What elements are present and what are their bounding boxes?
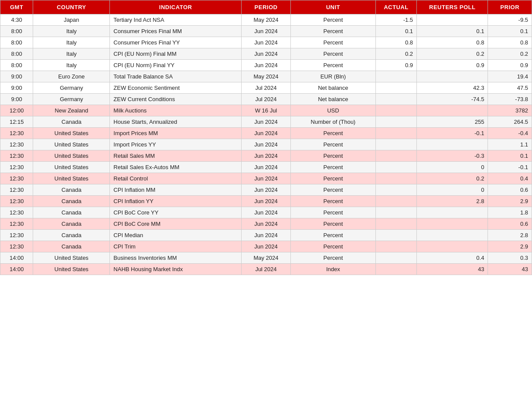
header-unit: UNIT — [291, 0, 376, 14]
cell-reuters-poll: 0 — [417, 162, 488, 173]
cell-reuters-poll: 0.1 — [417, 26, 488, 37]
table-row: 12:15CanadaHouse Starts, AnnualizedJun 2… — [0, 116, 532, 128]
cell-reuters-poll — [417, 139, 488, 150]
cell-reuters-poll: 0 — [417, 184, 488, 196]
cell-prior: 2.9 — [488, 196, 532, 207]
cell-country: United States — [33, 139, 110, 150]
table-row: 8:00ItalyCPI (EU Norm) Final MMJun 2024P… — [0, 48, 532, 60]
cell-unit: Percent — [291, 26, 376, 37]
cell-actual — [375, 128, 416, 139]
cell-period: Jun 2024 — [241, 230, 290, 241]
table-row: 12:30CanadaCPI TrimJun 2024Percent2.9 — [0, 241, 532, 252]
cell-actual — [375, 82, 416, 94]
cell-country: Italy — [33, 37, 110, 48]
cell-period: Jun 2024 — [241, 207, 290, 218]
cell-gmt: 12:30 — [0, 207, 33, 218]
cell-prior: -0.1 — [488, 162, 532, 173]
table-row: 12:30CanadaCPI BoC Core YYJun 2024Percen… — [0, 207, 532, 218]
cell-country: United States — [33, 128, 110, 139]
cell-reuters-poll: 43 — [417, 264, 488, 275]
table-row: 9:00GermanyZEW Economic SentimentJul 202… — [0, 82, 532, 94]
cell-reuters-poll — [417, 207, 488, 218]
cell-period: Jun 2024 — [241, 218, 290, 230]
cell-reuters-poll: -74.5 — [417, 94, 488, 105]
cell-reuters-poll: 0.2 — [417, 173, 488, 184]
cell-country: Canada — [33, 230, 110, 241]
cell-prior: 0.1 — [488, 150, 532, 162]
cell-country: Canada — [33, 218, 110, 230]
cell-indicator: Retail Control — [110, 173, 242, 184]
cell-indicator: ZEW Economic Sentiment — [110, 82, 242, 94]
cell-prior: 0.4 — [488, 173, 532, 184]
cell-actual — [375, 207, 416, 218]
cell-reuters-poll — [417, 14, 488, 26]
cell-unit: Percent — [291, 252, 376, 264]
cell-prior: 0.3 — [488, 252, 532, 264]
cell-indicator: Consumer Prices Final MM — [110, 26, 242, 37]
cell-period: Jun 2024 — [241, 60, 290, 71]
cell-gmt: 12:30 — [0, 150, 33, 162]
table-row: 12:30United StatesRetail Sales Ex-Autos … — [0, 162, 532, 173]
cell-actual — [375, 252, 416, 264]
cell-period: Jun 2024 — [241, 241, 290, 252]
cell-country: Germany — [33, 82, 110, 94]
cell-gmt: 12:30 — [0, 241, 33, 252]
cell-reuters-poll — [417, 71, 488, 82]
cell-unit: Net balance — [291, 94, 376, 105]
cell-prior: -73.8 — [488, 94, 532, 105]
cell-country: United States — [33, 162, 110, 173]
cell-country: Japan — [33, 14, 110, 26]
cell-unit: Percent — [291, 37, 376, 48]
cell-country: Canada — [33, 184, 110, 196]
cell-prior: 0.2 — [488, 48, 532, 60]
table-row: 14:00United StatesNAHB Housing Market In… — [0, 264, 532, 275]
cell-actual — [375, 218, 416, 230]
cell-reuters-poll — [417, 241, 488, 252]
cell-unit: Percent — [291, 207, 376, 218]
cell-country: Canada — [33, 196, 110, 207]
cell-prior: 2.9 — [488, 241, 532, 252]
cell-period: Jun 2024 — [241, 150, 290, 162]
cell-actual — [375, 139, 416, 150]
cell-reuters-poll: 0.9 — [417, 60, 488, 71]
cell-gmt: 12:30 — [0, 139, 33, 150]
cell-country: Italy — [33, 48, 110, 60]
cell-prior: 0.6 — [488, 184, 532, 196]
cell-unit: Index — [291, 264, 376, 275]
cell-indicator: CPI (EU Norm) Final YY — [110, 60, 242, 71]
cell-gmt: 9:00 — [0, 94, 33, 105]
cell-gmt: 12:30 — [0, 162, 33, 173]
cell-actual — [375, 230, 416, 241]
cell-actual — [375, 71, 416, 82]
cell-period: Jun 2024 — [241, 128, 290, 139]
header-reuters-poll: REUTERS POLL — [417, 0, 488, 14]
economic-calendar-table: GMT COUNTRY INDICATOR PERIOD UNIT ACTUAL… — [0, 0, 532, 275]
cell-gmt: 9:00 — [0, 71, 33, 82]
cell-unit: Percent — [291, 14, 376, 26]
table-row: 8:00ItalyConsumer Prices Final MMJun 202… — [0, 26, 532, 37]
cell-period: Jun 2024 — [241, 139, 290, 150]
table-row: 12:30United StatesImport Prices YYJun 20… — [0, 139, 532, 150]
cell-period: Jun 2024 — [241, 162, 290, 173]
table-row: 9:00GermanyZEW Current ConditionsJul 202… — [0, 94, 532, 105]
cell-prior: 19.4 — [488, 71, 532, 82]
cell-period: W 16 Jul — [241, 105, 290, 116]
table-row: 12:30CanadaCPI Inflation YYJun 2024Perce… — [0, 196, 532, 207]
cell-indicator: CPI Inflation YY — [110, 196, 242, 207]
cell-period: Jun 2024 — [241, 37, 290, 48]
cell-period: May 2024 — [241, 14, 290, 26]
cell-country: United States — [33, 173, 110, 184]
cell-indicator: Retail Sales MM — [110, 150, 242, 162]
cell-unit: Percent — [291, 184, 376, 196]
cell-gmt: 8:00 — [0, 48, 33, 60]
table-row: 12:30CanadaCPI Inflation MMJun 2024Perce… — [0, 184, 532, 196]
cell-reuters-poll: 2.8 — [417, 196, 488, 207]
cell-prior: 264.5 — [488, 116, 532, 128]
cell-prior: 1.8 — [488, 207, 532, 218]
cell-prior: 0.1 — [488, 26, 532, 37]
cell-actual: 0.2 — [375, 48, 416, 60]
table-row: 14:00United StatesBusiness Inventories M… — [0, 252, 532, 264]
cell-country: Canada — [33, 207, 110, 218]
cell-indicator: CPI Trim — [110, 241, 242, 252]
cell-country: Germany — [33, 94, 110, 105]
